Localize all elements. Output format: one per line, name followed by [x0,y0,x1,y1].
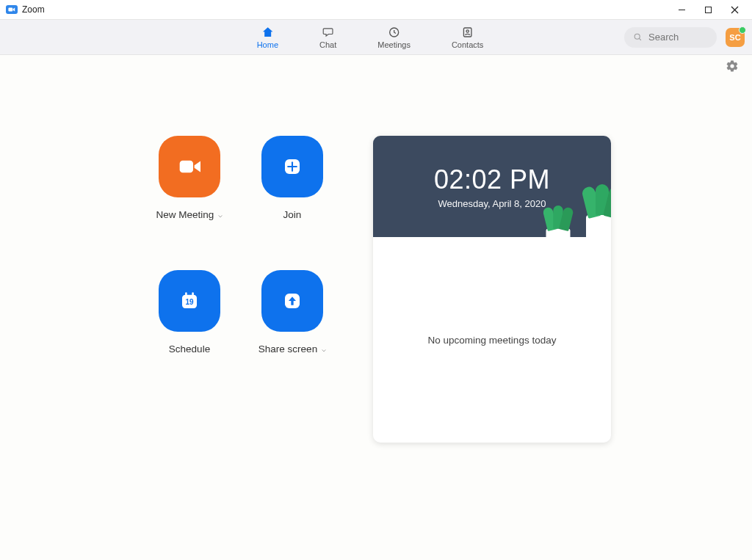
svg-text:19: 19 [185,298,194,306]
calendar-date: Wednesday, April 8, 2020 [438,198,546,209]
calendar-body: No upcoming meetings today [373,237,611,443]
calendar-time: 02:02 PM [434,164,550,195]
upload-arrow-icon [278,286,307,316]
svg-rect-15 [185,292,187,297]
calendar-hero: 02:02 PM Wednesday, April 8, 2020 [373,136,611,237]
tab-chat-label: Chat [319,40,336,49]
join-button[interactable] [261,136,323,197]
home-icon [261,26,274,39]
avatar-initials: SC [729,33,740,42]
tab-home[interactable]: Home [257,26,278,49]
title-bar: Zoom [0,0,752,19]
nav-right: SC [624,27,745,48]
tab-home-label: Home [257,40,278,49]
maximize-button[interactable] [695,0,721,19]
share-screen-button[interactable] [261,270,323,332]
actions-panel: New Meeting ⌵ Join [0,136,373,443]
contacts-icon [461,26,474,39]
plant-decoration [586,215,611,237]
tab-meetings[interactable]: Meetings [377,26,411,49]
title-bar-left: Zoom [6,4,45,15]
action-join: Join [241,136,344,220]
nav-bar: Home Chat Meetings Contacts SC [0,19,752,55]
svg-rect-10 [180,161,193,173]
new-meeting-label: New Meeting [156,209,214,220]
action-new-meeting: New Meeting ⌵ [138,136,241,220]
search-box[interactable] [624,27,717,48]
chevron-down-icon[interactable]: ⌵ [218,211,223,219]
schedule-label: Schedule [169,343,210,354]
search-icon [633,32,643,42]
svg-rect-16 [192,292,194,297]
svg-point-7 [466,29,469,32]
tab-chat[interactable]: Chat [319,26,336,49]
minimize-button[interactable] [668,0,695,19]
calendar-card: 02:02 PM Wednesday, April 8, 2020 No upc… [373,136,611,443]
svg-point-8 [634,34,640,39]
calendar-icon: 19 [175,286,204,316]
plant-decoration [546,229,571,238]
svg-rect-2 [705,7,711,12]
clock-icon [388,26,401,39]
avatar[interactable]: SC [726,28,745,47]
action-share-screen: Share screen ⌵ [241,270,344,354]
plus-icon [278,152,307,181]
tab-contacts-label: Contacts [452,40,483,49]
calendar-empty-text: No upcoming meetings today [428,335,557,346]
share-screen-label: Share screen [258,343,317,354]
main-content: New Meeting ⌵ Join [0,77,752,443]
svg-line-9 [639,38,641,40]
chat-icon [322,26,335,39]
settings-row [0,55,752,77]
svg-rect-0 [8,8,12,12]
schedule-button[interactable]: 19 [159,270,220,332]
video-icon [175,152,204,181]
chevron-down-icon[interactable]: ⌵ [322,345,326,353]
search-input[interactable] [648,32,707,43]
new-meeting-button[interactable] [159,136,220,197]
tab-meetings-label: Meetings [377,40,411,49]
window-title: Zoom [22,4,45,15]
gear-icon[interactable] [726,59,739,73]
action-schedule: 19 Schedule [138,270,241,354]
nav-tabs: Home Chat Meetings Contacts [257,26,484,49]
zoom-app-icon [6,5,18,14]
close-button[interactable] [721,0,748,19]
tab-contacts[interactable]: Contacts [452,26,483,49]
window-controls [668,0,748,19]
join-label: Join [283,209,302,220]
